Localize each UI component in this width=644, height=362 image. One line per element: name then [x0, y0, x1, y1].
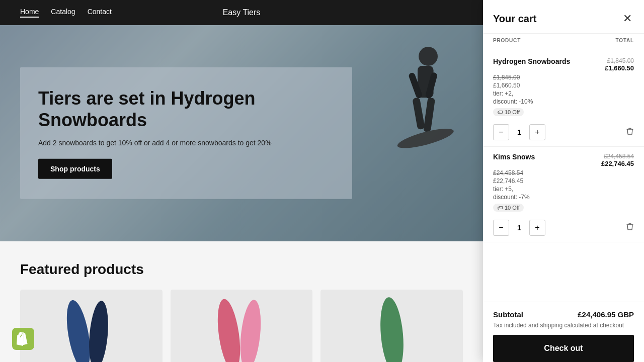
product-image-2 [171, 290, 313, 362]
cart-item-1-delete[interactable] [626, 127, 634, 137]
cart-item-1-header: Hydrogen Snowboards £1,845.00 £1,660.50 [493, 57, 634, 72]
product-image-1 [20, 290, 163, 362]
cart-items-list: Hydrogen Snowboards £1,845.00 £1,660.50 … [483, 47, 644, 302]
hero-subtitle: Add 2 snowboards to get 10% off or add 4… [38, 139, 334, 147]
cart-footer: Subtotal £24,406.95 GBP Tax included and… [483, 302, 644, 362]
cart-item-1-disc: £1,660.50 [605, 64, 634, 72]
svg-point-9 [214, 298, 244, 362]
cart-item-1-orig: £1,845.00 [605, 57, 634, 64]
subtotal-note: Tax included and shipping calculated at … [493, 322, 634, 329]
featured-section: Featured products [0, 241, 483, 362]
navbar: Home Catalog Contact Easy Tiers [0, 0, 483, 25]
subtotal-label: Subtotal [493, 310, 523, 319]
hero-section: Tiers are set in Hydrogen Snowboards Add… [0, 25, 483, 241]
cart-panel: Your cart ✕ PRODUCT TOTAL Hydrogen Snowb… [483, 0, 644, 362]
hero-image [357, 35, 478, 236]
cart-item-2-badge-text: 10 Off [505, 205, 520, 211]
cart-item-1-orig-price: £1,845.00 [493, 74, 634, 81]
cart-item-2-disc-price: £22,746.45 [493, 177, 634, 185]
badge-tag-icon-2: 🏷 [497, 205, 503, 211]
cart-item-1-badge: 🏷 10 Off [493, 108, 524, 116]
cart-item-2-increase[interactable]: + [529, 220, 545, 236]
cart-item-2: Kims Snows £24,458.54 £22,746.45 £24,458… [483, 147, 644, 242]
cart-item-2-delete[interactable] [626, 223, 634, 233]
cart-item-2-tier: tier: +5, [493, 186, 634, 193]
svg-point-11 [377, 296, 406, 362]
products-grid [20, 290, 463, 362]
subtotal-row: Subtotal £24,406.95 GBP [493, 310, 634, 319]
cart-item-1-qty: 1 [513, 128, 525, 136]
cart-col-total: TOTAL [616, 38, 634, 43]
cart-item-2-discount: discount: -7% [493, 194, 634, 201]
cart-item-1-decrease[interactable]: − [493, 124, 509, 140]
hero-title: Tiers are set in Hydrogen Snowboards [38, 87, 334, 131]
cart-item-2-disc: £22,746.45 [601, 160, 634, 167]
product-image-3 [320, 290, 463, 362]
cart-item-1-discount: discount: -10% [493, 98, 634, 105]
cart-column-headers: PRODUCT TOTAL [483, 34, 644, 47]
hero-box: Tiers are set in Hydrogen Snowboards Add… [20, 67, 352, 199]
cart-item-1-disc-price: £1,660.50 [493, 82, 634, 89]
featured-title: Featured products [20, 261, 463, 278]
cart-close-button[interactable]: ✕ [621, 10, 634, 27]
product-card-3[interactable] [320, 290, 463, 362]
cart-item-1-name: Hydrogen Snowboards [493, 57, 570, 65]
cart-item-2-orig: £24,458.54 [601, 153, 634, 160]
svg-point-0 [419, 47, 438, 66]
svg-point-10 [237, 299, 264, 362]
nav-catalog[interactable]: Catalog [51, 8, 75, 18]
cart-item-2-header: Kims Snows £24,458.54 £22,746.45 [493, 153, 634, 167]
cart-item-1-tier: tier: +2, [493, 90, 634, 97]
shopify-icon[interactable] [12, 328, 34, 350]
cart-item-1-prices: £1,845.00 £1,660.50 [605, 57, 634, 72]
cart-item-1-increase[interactable]: + [529, 124, 545, 140]
nav-contact[interactable]: Contact [88, 8, 112, 18]
svg-point-8 [87, 300, 111, 362]
cart-item-2-decrease[interactable]: − [493, 220, 509, 236]
checkout-button[interactable]: Check out [493, 335, 634, 362]
cart-item-2-prices: £24,458.54 £22,746.45 [601, 153, 634, 167]
cart-item-2-orig-price: £24,458.54 [493, 169, 634, 176]
nav-links: Home Catalog Contact [20, 8, 112, 18]
product-card-1[interactable] [20, 290, 163, 362]
hero-content: Tiers are set in Hydrogen Snowboards Add… [20, 67, 352, 199]
badge-tag-icon: 🏷 [497, 109, 503, 115]
cart-item-2-badge: 🏷 10 Off [493, 204, 524, 212]
subtotal-value: £24,406.95 GBP [578, 310, 634, 319]
cart-item-2-qty-row: − 1 + [493, 220, 634, 236]
shop-products-button[interactable]: Shop products [38, 159, 112, 179]
cart-col-product: PRODUCT [493, 38, 521, 43]
nav-brand: Easy Tiers [223, 8, 261, 17]
cart-item-1-qty-row: − 1 + [493, 124, 634, 140]
svg-rect-5 [423, 98, 435, 133]
cart-item-1-badge-text: 10 Off [505, 109, 520, 115]
cart-item-2-qty: 1 [513, 224, 525, 232]
cart-item-2-name: Kims Snows [493, 153, 535, 161]
svg-rect-4 [412, 97, 425, 130]
product-card-2[interactable] [171, 290, 313, 362]
cart-header: Your cart ✕ [483, 0, 644, 34]
nav-home[interactable]: Home [20, 8, 39, 18]
cart-title: Your cart [493, 13, 536, 25]
cart-item-1: Hydrogen Snowboards £1,845.00 £1,660.50 … [483, 51, 644, 147]
